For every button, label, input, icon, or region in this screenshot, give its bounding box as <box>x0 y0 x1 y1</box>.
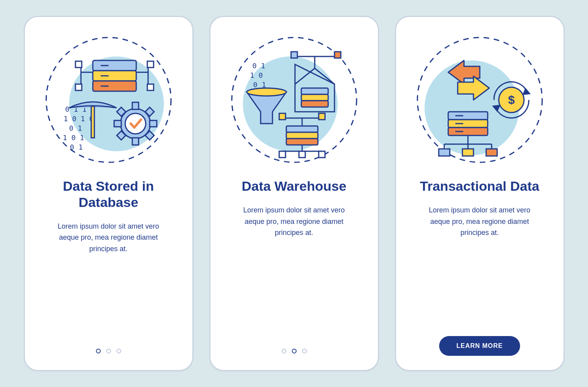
screen-description: Lorem ipsum dolor sit amet vero aeque pr… <box>37 221 180 255</box>
svg-rect-45 <box>286 126 318 132</box>
svg-rect-47 <box>286 139 318 145</box>
svg-text:0 1: 0 1 <box>70 143 83 151</box>
screen-title: Transactional Data <box>412 178 547 194</box>
svg-point-31 <box>125 113 146 134</box>
svg-rect-19 <box>147 61 154 68</box>
svg-rect-23 <box>132 102 139 109</box>
svg-text:0 1: 0 1 <box>252 62 265 70</box>
svg-rect-50 <box>279 151 286 158</box>
svg-rect-25 <box>114 120 121 127</box>
svg-rect-16 <box>75 84 82 90</box>
dot-2[interactable] <box>292 349 297 353</box>
dot-2[interactable] <box>106 349 111 353</box>
svg-rect-51 <box>299 151 305 158</box>
transactional-illustration-icon: $ <box>413 33 547 167</box>
svg-point-44 <box>247 88 286 96</box>
svg-rect-40 <box>334 52 341 58</box>
database-illustration-icon: 0 1 1 1 0 1 0 0 1 1 0 1 0 1 <box>41 33 176 167</box>
svg-rect-56 <box>319 113 325 120</box>
svg-rect-36 <box>301 101 328 107</box>
svg-rect-21 <box>91 106 94 138</box>
svg-rect-74 <box>486 149 497 156</box>
warehouse-illustration-icon: 0 1 1 0 0 1 <box>227 33 361 167</box>
svg-rect-52 <box>319 151 325 158</box>
svg-rect-26 <box>150 120 157 127</box>
dot-3[interactable] <box>302 349 307 353</box>
screen-description: Lorem ipsum dolor sit amet vero aeque pr… <box>222 205 366 239</box>
dot-3[interactable] <box>116 349 121 353</box>
svg-rect-35 <box>301 94 328 101</box>
screen-title: Data Warehouse <box>234 178 354 194</box>
pagination-dots <box>96 349 121 356</box>
svg-rect-9 <box>93 81 136 91</box>
onboarding-screen-3: $ Transactional Data Lorem ipsum dolor s… <box>395 16 565 371</box>
svg-rect-15 <box>75 61 82 68</box>
learn-more-button[interactable]: LEARN MORE <box>439 336 520 356</box>
svg-rect-24 <box>132 138 139 145</box>
svg-rect-39 <box>291 52 297 58</box>
svg-rect-20 <box>147 84 154 90</box>
svg-text:0 1: 0 1 <box>69 124 82 132</box>
svg-rect-62 <box>448 120 488 128</box>
svg-rect-46 <box>286 132 318 139</box>
svg-text:1 0 1 0: 1 0 1 0 <box>64 115 94 123</box>
svg-rect-8 <box>93 71 136 81</box>
svg-rect-72 <box>439 149 450 156</box>
svg-text:1 0 1: 1 0 1 <box>63 133 84 142</box>
dot-1[interactable] <box>282 349 286 353</box>
svg-rect-34 <box>301 88 328 94</box>
svg-rect-63 <box>448 128 488 135</box>
screen-description: Lorem ipsum dolor sit amet vero aeque pr… <box>408 205 552 239</box>
onboarding-screen-1: 0 1 1 1 0 1 0 0 1 1 0 1 0 1 <box>24 16 193 371</box>
svg-text:1 0: 1 0 <box>250 71 263 79</box>
pagination-dots <box>282 349 307 356</box>
svg-text:$: $ <box>508 93 515 106</box>
screen-title: Data Stored in Database <box>37 178 180 210</box>
svg-rect-55 <box>279 113 286 120</box>
svg-rect-73 <box>462 149 473 156</box>
svg-rect-7 <box>93 60 136 71</box>
svg-rect-61 <box>448 112 488 120</box>
onboarding-screen-2: 0 1 1 0 0 1 Data Warehouse Lorem ipsum d… <box>209 16 379 371</box>
dot-1[interactable] <box>96 349 101 353</box>
